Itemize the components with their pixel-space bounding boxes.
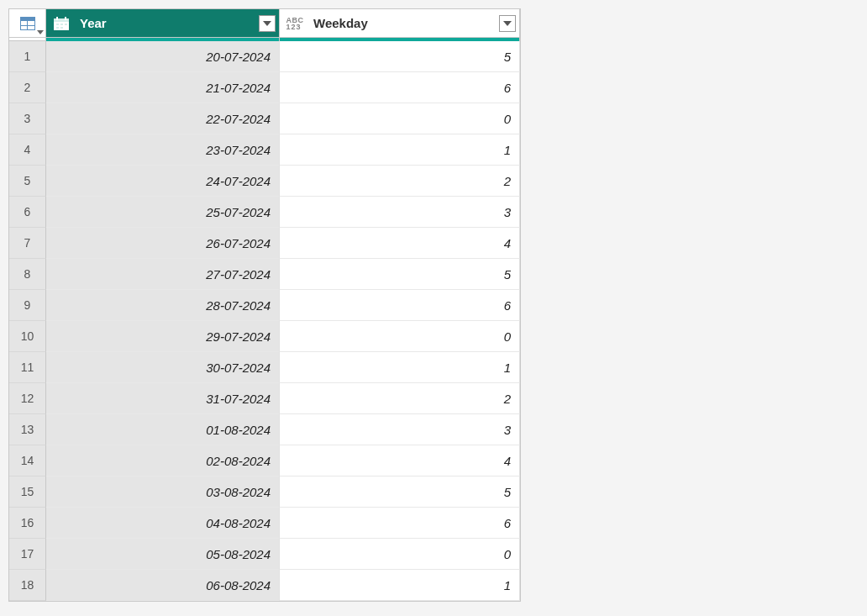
cell-weekday[interactable]: 0	[280, 539, 520, 570]
cell-weekday[interactable]: 0	[280, 321, 520, 352]
column-header-weekday[interactable]: ABC 123 Weekday	[280, 9, 520, 38]
calendar-icon	[50, 13, 73, 34]
row-number[interactable]: 16	[9, 508, 46, 539]
table-row[interactable]: 928-07-20246	[9, 290, 520, 321]
filter-button-year[interactable]	[259, 15, 276, 32]
row-number[interactable]: 1	[9, 41, 46, 72]
cell-year[interactable]: 06-08-2024	[46, 570, 280, 601]
cell-year[interactable]: 26-07-2024	[46, 228, 280, 259]
cell-year[interactable]: 30-07-2024	[46, 352, 280, 383]
cell-year[interactable]: 02-08-2024	[46, 445, 280, 476]
cell-year[interactable]: 01-08-2024	[46, 414, 280, 445]
table-row[interactable]: 1705-08-20240	[9, 539, 520, 570]
cell-year[interactable]: 24-07-2024	[46, 166, 280, 197]
row-number[interactable]: 18	[9, 570, 46, 601]
cell-year[interactable]: 05-08-2024	[46, 539, 280, 570]
row-number[interactable]: 10	[9, 321, 46, 352]
svg-marker-1	[263, 21, 271, 26]
row-number[interactable]: 7	[9, 228, 46, 259]
filter-button-weekday[interactable]	[499, 15, 516, 32]
any-type-icon: ABC 123	[283, 13, 307, 34]
row-number[interactable]: 9	[9, 290, 46, 321]
cell-year[interactable]: 31-07-2024	[46, 383, 280, 414]
row-number[interactable]: 3	[9, 103, 46, 134]
row-number[interactable]: 4	[9, 134, 46, 166]
cell-weekday[interactable]: 4	[280, 445, 520, 476]
column-label: Year	[73, 16, 259, 30]
table-row[interactable]: 1503-08-20245	[9, 476, 520, 508]
cell-year[interactable]: 25-07-2024	[46, 197, 280, 228]
cell-year[interactable]: 04-08-2024	[46, 508, 280, 539]
cell-weekday[interactable]: 6	[280, 290, 520, 321]
data-preview-grid: Year ABC 123 Weekday 120-07-20245221-07-…	[8, 8, 521, 602]
row-number[interactable]: 11	[9, 352, 46, 383]
row-number[interactable]: 13	[9, 414, 46, 445]
column-header-year[interactable]: Year	[46, 9, 280, 38]
table-row[interactable]: 322-07-20240	[9, 103, 520, 134]
table-row[interactable]: 625-07-20243	[9, 197, 520, 228]
row-number[interactable]: 12	[9, 383, 46, 414]
chevron-down-icon	[263, 21, 271, 26]
table-icon	[20, 17, 35, 30]
cell-year[interactable]: 28-07-2024	[46, 290, 280, 321]
column-label: Weekday	[307, 16, 499, 30]
cell-year[interactable]: 03-08-2024	[46, 476, 280, 508]
table-row[interactable]: 1604-08-20246	[9, 508, 520, 539]
table-row[interactable]: 827-07-20245	[9, 259, 520, 290]
data-rows: 120-07-20245221-07-20246322-07-20240423-…	[9, 41, 520, 601]
table-row[interactable]: 1806-08-20241	[9, 570, 520, 601]
table-row[interactable]: 726-07-20244	[9, 228, 520, 259]
cell-year[interactable]: 22-07-2024	[46, 103, 280, 134]
cell-weekday[interactable]: 5	[280, 476, 520, 508]
cell-weekday[interactable]: 5	[280, 259, 520, 290]
table-row[interactable]: 524-07-20242	[9, 166, 520, 197]
row-number[interactable]: 14	[9, 445, 46, 476]
cell-weekday[interactable]: 1	[280, 352, 520, 383]
cell-year[interactable]: 23-07-2024	[46, 134, 280, 166]
chevron-down-icon	[503, 21, 512, 26]
table-row[interactable]: 1231-07-20242	[9, 383, 520, 414]
cell-weekday[interactable]: 3	[280, 197, 520, 228]
cell-weekday[interactable]: 2	[280, 166, 520, 197]
svg-marker-2	[503, 21, 512, 26]
cell-weekday[interactable]: 5	[280, 41, 520, 72]
table-row[interactable]: 1130-07-20241	[9, 352, 520, 383]
cell-year[interactable]: 20-07-2024	[46, 41, 280, 72]
cell-weekday[interactable]: 0	[280, 103, 520, 134]
row-number[interactable]: 5	[9, 166, 46, 197]
cell-weekday[interactable]: 1	[280, 134, 520, 166]
table-row[interactable]: 1402-08-20244	[9, 445, 520, 476]
row-number[interactable]: 2	[9, 72, 46, 103]
cell-weekday[interactable]: 1	[280, 570, 520, 601]
table-row[interactable]: 423-07-20241	[9, 134, 520, 166]
row-number[interactable]: 15	[9, 476, 46, 508]
cell-weekday[interactable]: 2	[280, 383, 520, 414]
row-number[interactable]: 6	[9, 197, 46, 228]
row-number[interactable]: 8	[9, 259, 46, 290]
svg-marker-0	[37, 30, 44, 34]
chevron-down-icon	[37, 30, 44, 35]
table-row[interactable]: 1029-07-20240	[9, 321, 520, 352]
cell-year[interactable]: 29-07-2024	[46, 321, 280, 352]
cell-weekday[interactable]: 4	[280, 228, 520, 259]
column-header-row: Year ABC 123 Weekday	[9, 9, 520, 38]
select-all-corner[interactable]	[9, 9, 46, 38]
cell-weekday[interactable]: 6	[280, 508, 520, 539]
cell-weekday[interactable]: 3	[280, 414, 520, 445]
table-row[interactable]: 1301-08-20243	[9, 414, 520, 445]
table-row[interactable]: 120-07-20245	[9, 41, 520, 72]
row-number[interactable]: 17	[9, 539, 46, 570]
table-row[interactable]: 221-07-20246	[9, 72, 520, 103]
cell-weekday[interactable]: 6	[280, 72, 520, 103]
cell-year[interactable]: 21-07-2024	[46, 72, 280, 103]
cell-year[interactable]: 27-07-2024	[46, 259, 280, 290]
